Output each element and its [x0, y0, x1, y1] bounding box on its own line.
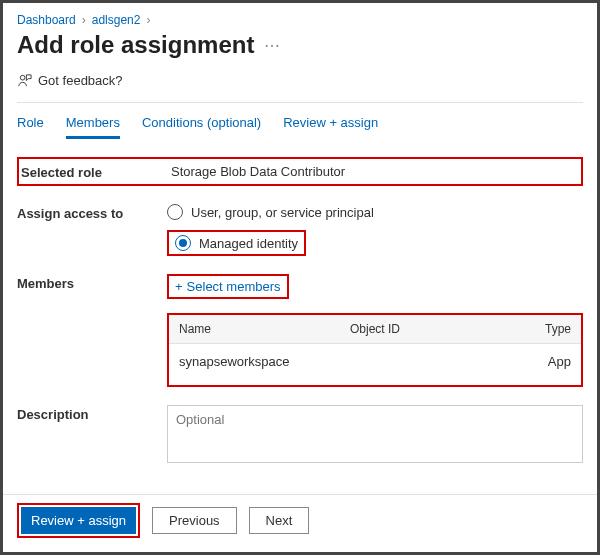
radio-checked-icon	[175, 235, 191, 251]
description-input[interactable]	[167, 405, 583, 463]
members-label: Members	[17, 274, 167, 299]
feedback-link[interactable]: Got feedback?	[17, 73, 583, 103]
description-label: Description	[17, 405, 167, 463]
assign-access-label: Assign access to	[17, 204, 167, 256]
tab-conditions[interactable]: Conditions (optional)	[142, 115, 261, 139]
feedback-label: Got feedback?	[38, 73, 123, 88]
person-feedback-icon	[17, 73, 32, 88]
tab-role[interactable]: Role	[17, 115, 44, 139]
svg-point-0	[20, 75, 25, 80]
radio-user-group[interactable]: User, group, or service principal	[167, 204, 583, 220]
chevron-right-icon: ›	[82, 13, 86, 27]
radio-user-group-label: User, group, or service principal	[191, 205, 374, 220]
selected-role-label: Selected role	[21, 163, 171, 180]
page-title: Add role assignment	[17, 31, 254, 59]
previous-button[interactable]: Previous	[152, 507, 237, 534]
breadcrumb-dashboard[interactable]: Dashboard	[17, 13, 76, 27]
tab-members[interactable]: Members	[66, 115, 120, 139]
radio-managed-identity[interactable]: Managed identity	[175, 235, 298, 251]
radio-managed-identity-label: Managed identity	[199, 236, 298, 251]
breadcrumb-adlsgen2[interactable]: adlsgen2	[92, 13, 141, 27]
plus-icon: +	[175, 279, 183, 294]
col-header-name: Name	[179, 322, 350, 336]
select-members-label: Select members	[187, 279, 281, 294]
cell-name: synapseworkspace	[179, 354, 350, 369]
tab-review[interactable]: Review + assign	[283, 115, 378, 139]
more-icon[interactable]: ⋯	[264, 36, 280, 55]
cell-type: App	[521, 354, 571, 369]
footer: Review + assign Previous Next	[3, 494, 597, 552]
col-header-object-id: Object ID	[350, 322, 521, 336]
breadcrumb: Dashboard › adlsgen2 ›	[17, 13, 583, 27]
members-table: Name Object ID Type synapseworkspace App	[167, 313, 583, 387]
review-assign-button[interactable]: Review + assign	[21, 507, 136, 534]
radio-icon	[167, 204, 183, 220]
tabs: Role Members Conditions (optional) Revie…	[17, 115, 583, 139]
next-button[interactable]: Next	[249, 507, 310, 534]
table-row[interactable]: synapseworkspace App	[169, 344, 581, 385]
col-header-type: Type	[521, 322, 571, 336]
chevron-right-icon: ›	[146, 13, 150, 27]
selected-role-value: Storage Blob Data Contributor	[171, 164, 575, 179]
cell-object-id	[350, 354, 521, 369]
select-members-button[interactable]: + Select members	[175, 279, 281, 294]
